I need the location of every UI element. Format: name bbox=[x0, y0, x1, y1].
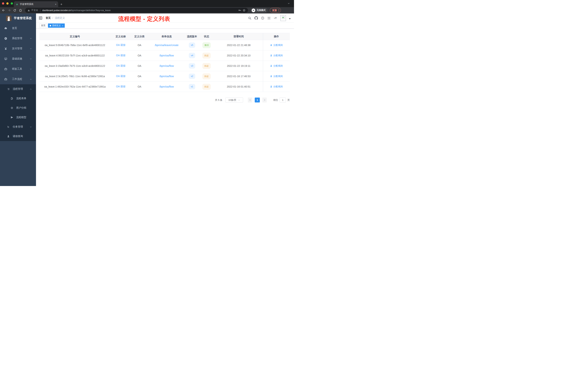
tag-home[interactable]: 首页 bbox=[40, 23, 47, 28]
pagination-total: 共 5 条 bbox=[215, 98, 222, 102]
list-tree-icon bbox=[7, 88, 10, 90]
definition-table: 定义编号 定义名称 定义分类 表单信息 流程版本 状态 部署时间 操作 oa_l… bbox=[40, 33, 290, 92]
definition-id: oa_leave:1:482ec033-762a-11ec-8477-a2380… bbox=[40, 82, 110, 92]
next-page-button[interactable] bbox=[262, 98, 267, 102]
browser-tab[interactable]: 芋道管理系统 × bbox=[14, 1, 58, 7]
sidebar-item-process-model[interactable]: 流程模型 bbox=[0, 113, 36, 122]
url-domain: dashboard.yudao.iocoder.cn bbox=[42, 9, 71, 12]
tag-process-definition[interactable]: 流程定义 × bbox=[48, 23, 65, 28]
tab-search-chevron-icon[interactable] bbox=[287, 2, 290, 5]
table-row: oa_leave:4:991f2193-7b7f-11ec-a3c8-acde4… bbox=[40, 50, 290, 61]
col-definition-name: 定义名称 bbox=[110, 33, 131, 40]
security-label[interactable]: 不安全 bbox=[31, 9, 38, 12]
security-warning-icon[interactable] bbox=[27, 9, 30, 12]
paper-plane-icon bbox=[10, 116, 13, 119]
assign-rule-link[interactable]: 分配规则 bbox=[270, 54, 283, 57]
sidebar-item-home[interactable]: 首页 bbox=[0, 23, 36, 33]
tag-close-icon[interactable]: × bbox=[62, 25, 63, 27]
sidebar-item-label: 首页 bbox=[12, 27, 17, 30]
search-icon[interactable] bbox=[248, 16, 252, 20]
status-badge: 挂起 bbox=[202, 53, 210, 58]
user-icon bbox=[270, 44, 272, 46]
sidebar-item-process-form[interactable]: 流程表单 bbox=[0, 94, 36, 103]
assign-rule-link[interactable]: 分配规则 bbox=[270, 44, 283, 47]
table-row: oa_leave:2:3c1f0ef1-76b1-11ec-9c66-a2380… bbox=[40, 71, 290, 82]
browser-menu-icon[interactable] bbox=[279, 9, 279, 11]
definition-category: OA bbox=[131, 61, 148, 71]
form-info-link[interactable]: /bpm/oa/flow bbox=[159, 54, 174, 57]
url-text[interactable]: dashboard.yudao.iocoder.cn/bpm/manager/d… bbox=[42, 9, 111, 12]
page-number-active[interactable]: 1 bbox=[255, 98, 260, 102]
avatar-caret-icon[interactable] bbox=[289, 18, 291, 20]
github-icon[interactable] bbox=[254, 16, 258, 20]
status-badge: 激活 bbox=[202, 42, 210, 48]
sidebar-logo[interactable]: 芋道管理系统 bbox=[0, 13, 36, 23]
form-info-link[interactable]: /bpm/oa/flow bbox=[159, 65, 174, 67]
tab-close-icon[interactable]: × bbox=[55, 3, 56, 6]
breadcrumb-home[interactable]: 首页 bbox=[46, 16, 51, 20]
back-icon[interactable] bbox=[1, 8, 6, 13]
update-label[interactable]: 更新 bbox=[272, 9, 277, 12]
monitor-icon bbox=[4, 57, 7, 60]
font-size-icon[interactable]: TT bbox=[274, 16, 277, 20]
page-annotation-title: 流程模型 - 定义列表 bbox=[118, 15, 170, 23]
yen-icon bbox=[4, 47, 7, 50]
user-avatar-broken-image[interactable] bbox=[280, 15, 286, 21]
col-definition-id: 定义编号 bbox=[40, 33, 110, 40]
new-tab-button[interactable]: + bbox=[60, 2, 62, 6]
definition-name-link[interactable]: OA 请假 bbox=[116, 44, 125, 46]
password-key-icon[interactable] bbox=[238, 9, 241, 12]
assign-rule-link[interactable]: 分配规则 bbox=[270, 64, 283, 67]
status-badge: 挂起 bbox=[202, 74, 210, 79]
sidebar-item-devtools[interactable]: 研发工具 bbox=[0, 64, 36, 74]
form-info-link[interactable]: /bpm/oa/flow bbox=[159, 85, 174, 88]
definition-category: OA bbox=[131, 40, 148, 50]
reload-icon[interactable] bbox=[12, 8, 17, 13]
form-info-link[interactable]: /bpm/oa/flow bbox=[159, 75, 174, 78]
window-minimize-button[interactable] bbox=[6, 2, 9, 5]
hamburger-icon[interactable] bbox=[39, 16, 42, 20]
assign-rule-link[interactable]: 分配规则 bbox=[270, 75, 283, 78]
home-icon[interactable] bbox=[18, 8, 23, 13]
pagination: 共 5 条 10条/页 1 前往 页 bbox=[40, 97, 290, 103]
table-row: oa_leave:5:004b710b-7b8a-11ec-8ef0-acde4… bbox=[40, 40, 290, 50]
definition-name-link[interactable]: OA 请假 bbox=[116, 85, 125, 88]
form-info-link[interactable]: /bpm/oa/leave/create bbox=[155, 44, 178, 47]
forward-icon[interactable] bbox=[7, 8, 11, 13]
task-tree-icon bbox=[7, 126, 10, 128]
goto-page-input[interactable] bbox=[280, 97, 286, 103]
sidebar-item-leave-query[interactable]: 请假查询 bbox=[0, 131, 36, 141]
window-zoom-button[interactable] bbox=[11, 2, 13, 5]
sidebar-item-system[interactable]: 系统管理 bbox=[0, 33, 36, 44]
bookmark-star-icon[interactable] bbox=[242, 9, 246, 12]
address-bar[interactable]: 不安全 dashboard.yudao.iocoder.cn/bpm/manag… bbox=[25, 8, 248, 13]
sidebar-item-infrastructure[interactable]: 基础设施 bbox=[0, 54, 36, 64]
sidebar-item-process-management[interactable]: 流程管理 bbox=[0, 84, 36, 94]
sidebar-item-user-group[interactable]: 用户分组 bbox=[0, 103, 36, 113]
fullscreen-icon[interactable] bbox=[267, 16, 271, 20]
version-badge: v2 bbox=[189, 74, 195, 79]
sidebar-item-label: 支付管理 bbox=[12, 47, 22, 50]
app-window: 芋道管理系统 首页 系统管理 支付管理 基础设施 bbox=[0, 13, 294, 186]
assign-rule-link[interactable]: 分配规则 bbox=[270, 85, 283, 88]
sidebar-item-label: 系统管理 bbox=[12, 37, 22, 40]
browser-update-button[interactable]: 更新 bbox=[270, 8, 281, 13]
svg-text:?: ? bbox=[262, 17, 263, 19]
chevron-down-icon bbox=[30, 58, 32, 60]
chevron-right-icon bbox=[263, 99, 266, 101]
favicon-plant-icon bbox=[16, 3, 18, 6]
window-close-button[interactable] bbox=[2, 2, 4, 5]
sidebar-item-task-management[interactable]: 任务管理 bbox=[0, 122, 36, 131]
version-badge: v4 bbox=[189, 53, 195, 58]
sidebar-item-workflow[interactable]: 工作流程 bbox=[0, 74, 36, 84]
incognito-label: 无痕模式 bbox=[257, 9, 266, 12]
page-size-select[interactable]: 10条/页 bbox=[225, 97, 243, 103]
sidebar-item-payment[interactable]: 支付管理 bbox=[0, 44, 36, 54]
sidebar-item-label: 流程管理 bbox=[13, 87, 23, 91]
help-icon[interactable]: ? bbox=[261, 16, 264, 20]
definition-name-link[interactable]: OA 请假 bbox=[116, 75, 125, 77]
prev-page-button[interactable] bbox=[248, 98, 252, 102]
definition-name-link[interactable]: OA 请假 bbox=[116, 54, 125, 57]
definition-name-link[interactable]: OA 请假 bbox=[116, 64, 125, 67]
col-definition-category: 定义分类 bbox=[131, 33, 148, 40]
